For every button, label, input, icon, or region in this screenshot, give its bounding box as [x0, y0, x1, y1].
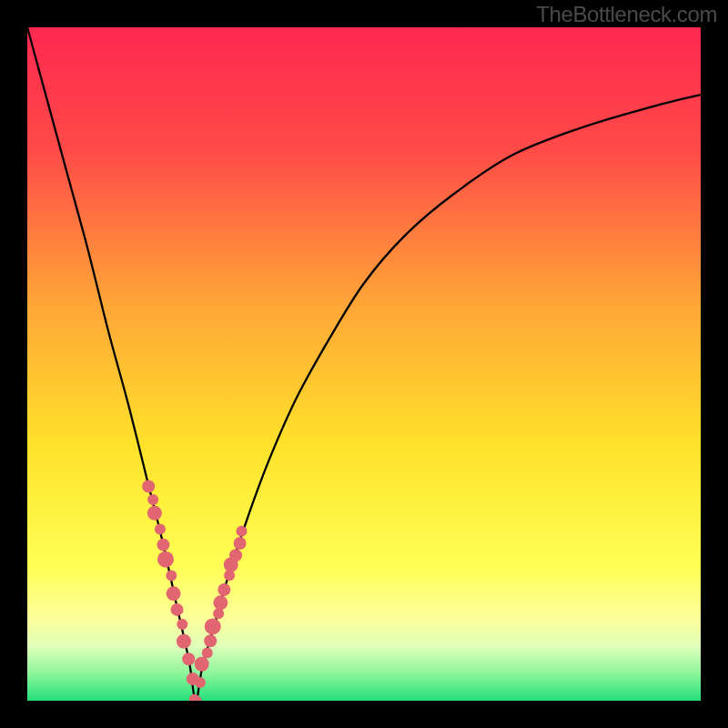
plot-area: [27, 27, 701, 701]
beads-left: [142, 480, 200, 702]
svg-point-3: [147, 506, 162, 521]
svg-point-8: [167, 586, 181, 601]
svg-point-22: [213, 595, 228, 610]
svg-point-17: [195, 657, 209, 672]
svg-point-2: [147, 494, 158, 505]
svg-point-27: [234, 537, 247, 550]
svg-point-5: [157, 539, 169, 551]
beads-right: [189, 526, 248, 701]
svg-point-21: [213, 608, 224, 619]
svg-point-11: [177, 634, 191, 649]
svg-point-28: [237, 526, 248, 537]
svg-point-1: [142, 480, 155, 493]
watermark-label: TheBottleneck.com: [536, 2, 717, 27]
svg-point-9: [171, 603, 184, 616]
bottleneck-curve: [27, 27, 701, 701]
svg-point-19: [204, 634, 217, 647]
svg-point-7: [166, 570, 177, 581]
chart-frame: TheBottleneck.com: [0, 0, 728, 728]
svg-point-4: [155, 524, 166, 535]
svg-point-10: [177, 619, 187, 630]
curve-layer: [27, 27, 701, 701]
svg-point-16: [195, 677, 206, 688]
svg-point-20: [205, 618, 221, 634]
svg-point-18: [202, 648, 213, 659]
svg-point-23: [217, 583, 230, 596]
svg-point-12: [182, 652, 195, 665]
svg-point-6: [157, 551, 174, 568]
svg-point-26: [229, 549, 242, 561]
